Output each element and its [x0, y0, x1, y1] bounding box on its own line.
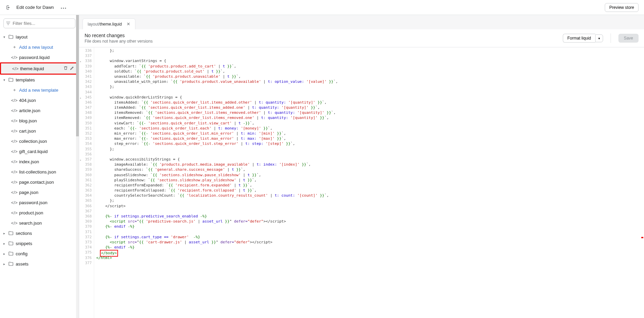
filter-icon	[6, 21, 10, 26]
file-index-json[interactable]: </>index.json	[0, 156, 79, 167]
code-line-344[interactable]	[96, 90, 644, 95]
code-line-360[interactable]: pauseSlideshow: `{{ 'sections.slideshow.…	[96, 172, 644, 178]
code-line-373[interactable]: <script src="{{ 'cart-drawer.js' | asset…	[96, 240, 644, 245]
file-cart-json[interactable]: </>cart.json	[0, 126, 79, 136]
code-line-340[interactable]: soldOut: `{{ 'products.product.sold_out'…	[96, 69, 644, 74]
plus-icon: ＋	[12, 44, 17, 50]
code-line-351[interactable]: each: `{{- 'sections.quick_order_list.ea…	[96, 126, 644, 131]
file-list-collections-json[interactable]: </>list-collections.json	[0, 167, 79, 177]
file-password-liquid[interactable]: </> password.liquid	[0, 52, 79, 62]
code-line-369[interactable]: <script src="{{ 'predictive-search.js' |…	[96, 219, 644, 224]
code-line-347[interactable]: itemAdded: `{{ 'sections.quick_order_lis…	[96, 105, 644, 110]
file-password-json[interactable]: </>password.json	[0, 197, 79, 208]
code-line-342[interactable]: unavailable_with_option: `{{ 'products.p…	[96, 79, 644, 84]
code-line-375[interactable]: </body>	[96, 250, 644, 255]
file-status-sub: File does not have any other versions	[85, 39, 557, 44]
code-icon: </>	[12, 159, 17, 164]
code-line-372[interactable]: {%- if settings.cart_type == 'drawer' -%…	[96, 234, 644, 240]
chevron-down-icon: ▾	[2, 35, 6, 39]
code-icon: </>	[12, 55, 17, 60]
editor-scrollbar[interactable]	[639, 47, 644, 318]
code-line-349[interactable]: itemRemoved: `{{ 'sections.quick_order_l…	[96, 115, 644, 120]
code-line-361[interactable]: playSlideshow: `{{ 'sections.slideshow.p…	[96, 178, 644, 183]
file-article-json[interactable]: </>article.json	[0, 105, 79, 116]
code-line-376[interactable]: </html>	[96, 255, 644, 260]
code-line-356[interactable]	[96, 152, 644, 157]
code-icon: </>	[12, 200, 17, 205]
folder-assets[interactable]: ▸ assets	[0, 259, 79, 269]
format-dropdown-button[interactable]: ▾	[595, 34, 603, 42]
sidebar-scrollbar[interactable]	[76, 15, 79, 318]
code-line-353[interactable]: max_error: `{{- 'sections.quick_order_li…	[96, 136, 644, 141]
delete-file-icon[interactable]	[63, 66, 68, 71]
code-line-374[interactable]: {%- endif -%}	[96, 245, 644, 250]
file-status-title: No recent changes	[85, 33, 557, 38]
close-tab-icon[interactable]: ✕	[127, 21, 130, 27]
code-line-355[interactable]: };	[96, 147, 644, 152]
file-product-json[interactable]: </>product.json	[0, 208, 79, 218]
file-404-json[interactable]: </>404.json	[0, 95, 79, 105]
file-page-json[interactable]: </>page.json	[0, 187, 79, 197]
more-button[interactable]	[59, 4, 68, 11]
code-line-377[interactable]	[96, 260, 644, 266]
folder-config[interactable]: ▸ config	[0, 248, 79, 259]
code-line-339[interactable]: addToCart: `{{ 'products.product.add_to_…	[96, 64, 644, 69]
folder-layout[interactable]: ▾ layout	[0, 32, 79, 42]
code-line-337[interactable]	[96, 53, 644, 58]
file-theme-liquid[interactable]: </> theme.liquid	[1, 63, 78, 74]
code-icon: </>	[12, 139, 17, 144]
folder-icon	[8, 78, 14, 82]
code-line-365[interactable]: };	[96, 198, 644, 203]
code-line-371[interactable]	[96, 229, 644, 234]
plus-icon: ＋	[12, 87, 17, 93]
code-editor[interactable]: 336337338▸339340341342343344345▸34634734…	[79, 47, 644, 318]
folder-icon	[8, 231, 14, 235]
code-line-363[interactable]: recipientFormCollapsed: `{{ 'recipient.f…	[96, 188, 644, 193]
code-content[interactable]: }; window.variantStrings = { addToCart: …	[94, 47, 644, 318]
editor-tab[interactable]: layout/theme.liquid ✕	[83, 18, 135, 29]
code-line-346[interactable]: itemsAdded: `{{ 'sections.quick_order_li…	[96, 100, 644, 105]
code-line-357[interactable]: window.accessibilityStrings = {	[96, 157, 644, 162]
rename-file-icon[interactable]	[70, 66, 74, 71]
code-line-362[interactable]: recipientFormExpanded: `{{ 'recipient.fo…	[96, 183, 644, 188]
svg-point-0	[61, 8, 62, 9]
exit-button[interactable]	[5, 5, 11, 10]
filter-files-input[interactable]	[3, 18, 75, 28]
folder-sections[interactable]: ▸ sections	[0, 228, 79, 238]
format-liquid-button[interactable]: Format liquid	[563, 34, 595, 43]
code-line-366[interactable]: </script>	[96, 203, 644, 209]
code-line-352[interactable]: min_error: `{{- 'sections.quick_order_li…	[96, 131, 644, 136]
folder-templates[interactable]: ▾ templates	[0, 75, 79, 85]
code-line-358[interactable]: imageAvailable: `{{ 'products.product.me…	[96, 162, 644, 167]
code-line-348[interactable]: itemsRemoved: `{{ 'sections.quick_order_…	[96, 110, 644, 115]
code-line-350[interactable]: viewCart: `{{- 'sections.quick_order_lis…	[96, 121, 644, 126]
code-line-341[interactable]: unavailable: `{{ 'products.product.unava…	[96, 74, 644, 79]
file-gift_card-liquid[interactable]: </>gift_card.liquid	[0, 146, 79, 156]
file-tree: ▾ layout ＋ Add a new layout </> password…	[0, 32, 79, 318]
folder-snippets[interactable]: ▸ snippets	[0, 238, 79, 248]
code-line-368[interactable]: {%- if settings.predictive_search_enable…	[96, 214, 644, 219]
code-line-345[interactable]: window.quickOrderListStrings = {	[96, 95, 644, 100]
preview-store-button[interactable]: Preview store	[605, 3, 639, 12]
folder-icon	[8, 262, 14, 266]
file-blog-json[interactable]: </>blog.json	[0, 116, 79, 126]
code-line-354[interactable]: step_error: `{{- 'sections.quick_order_l…	[96, 141, 644, 146]
line-gutter: 336337338▸339340341342343344345▸34634734…	[79, 47, 94, 318]
code-line-343[interactable]: };	[96, 84, 644, 89]
code-line-367[interactable]	[96, 209, 644, 214]
code-line-336[interactable]: };	[96, 48, 644, 53]
code-line-338[interactable]: window.variantStrings = {	[96, 58, 644, 63]
save-button[interactable]: Save	[618, 34, 639, 43]
file-search-json[interactable]: </>search.json	[0, 218, 79, 228]
code-line-364[interactable]: countrySelectorSearchCount: `{{ 'localiz…	[96, 193, 644, 198]
file-page-contact-json[interactable]: </>page.contact.json	[0, 177, 79, 187]
add-new-layout[interactable]: ＋ Add a new layout	[0, 42, 79, 52]
editor-subheader: No recent changes File does not have any…	[79, 29, 644, 47]
editor-pane: layout/theme.liquid ✕ No recent changes …	[79, 15, 644, 318]
code-line-370[interactable]: {%- endif -%}	[96, 224, 644, 229]
file-collection-json[interactable]: </>collection.json	[0, 136, 79, 146]
code-line-359[interactable]: shareSuccess: `{{ 'general.share.success…	[96, 167, 644, 172]
chevron-right-icon: ▸	[2, 231, 6, 235]
svg-point-1	[63, 8, 64, 9]
add-new-template[interactable]: ＋ Add a new template	[0, 85, 79, 95]
